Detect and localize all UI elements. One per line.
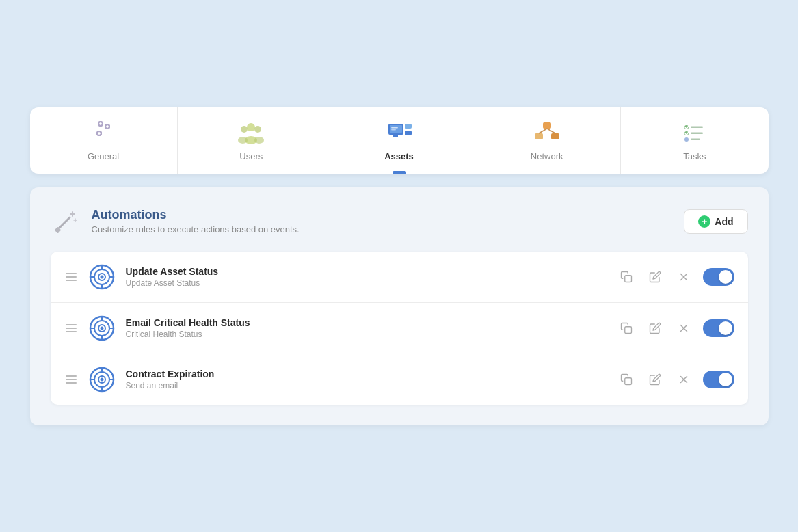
copy-button-1[interactable] (617, 267, 636, 287)
svg-point-1 (105, 124, 109, 129)
automation-item-info-2: Email Critical Health Status Critical He… (126, 317, 606, 339)
svg-point-5 (254, 126, 261, 133)
svg-point-8 (254, 137, 264, 144)
toggle-1[interactable] (703, 268, 734, 286)
svg-point-3 (247, 123, 255, 131)
tab-tasks[interactable]: Tasks (621, 107, 768, 174)
add-button-label: Add (715, 216, 733, 227)
edit-button-2[interactable] (646, 319, 665, 338)
tab-assets[interactable]: Assets (325, 107, 473, 174)
svg-point-47 (100, 326, 103, 330)
svg-rect-52 (624, 326, 631, 333)
automation-item-title-3: Contract Expiration (126, 369, 606, 380)
edit-button-1[interactable] (646, 267, 665, 287)
automation-item-subtitle-2: Critical Health Status (126, 330, 606, 339)
tab-assets-label: Assets (384, 151, 414, 161)
automation-item-1: Update Asset Status Update Asset Status (51, 252, 748, 303)
automations-title: Automations (92, 208, 300, 222)
automation-item-title-1: Update Asset Status (126, 266, 606, 277)
tab-tasks-label: Tasks (683, 151, 706, 161)
svg-rect-11 (393, 135, 398, 137)
svg-point-0 (98, 122, 103, 126)
svg-point-58 (100, 377, 103, 381)
tab-users-label: Users (239, 151, 263, 161)
tab-network-label: Network (531, 151, 563, 161)
toggle-2[interactable] (703, 319, 734, 337)
automation-item-icon-1 (89, 264, 115, 290)
gear-icon (90, 121, 117, 146)
svg-line-27 (57, 217, 70, 230)
automation-item-subtitle-3: Send an email (126, 381, 606, 390)
automations-left: Automations Customize rules to execute a… (51, 207, 300, 237)
copy-button-2[interactable] (617, 319, 636, 338)
drag-handle-2[interactable] (64, 321, 78, 335)
automation-item-actions-2 (617, 319, 734, 338)
svg-rect-22 (691, 126, 703, 128)
svg-rect-41 (624, 275, 631, 282)
svg-rect-24 (691, 132, 703, 134)
drag-handle-1[interactable] (64, 270, 78, 284)
automations-icon (51, 207, 81, 237)
delete-button-3[interactable] (674, 370, 693, 389)
svg-rect-15 (391, 129, 396, 131)
tab-general-label: General (88, 151, 119, 161)
svg-point-7 (238, 137, 248, 144)
automations-text: Automations Customize rules to execute a… (92, 208, 300, 235)
tab-general[interactable]: General (30, 107, 178, 174)
automation-item-2: Email Critical Health Status Critical He… (51, 303, 748, 354)
automation-item-actions-1 (617, 267, 734, 287)
tab-users[interactable]: Users (178, 107, 325, 174)
automation-item-title-2: Email Critical Health Status (126, 317, 606, 328)
tasks-icon (681, 121, 708, 146)
network-icon (533, 121, 561, 146)
main-content-card: Automations Customize rules to execute a… (30, 187, 769, 425)
svg-line-20 (547, 129, 555, 133)
copy-button-3[interactable] (617, 370, 636, 389)
svg-line-19 (539, 129, 547, 133)
svg-rect-13 (405, 131, 412, 135)
svg-point-4 (241, 126, 248, 133)
svg-rect-16 (543, 122, 551, 129)
nav-card: General Users (30, 107, 769, 174)
svg-point-2 (97, 131, 101, 135)
automation-item-icon-2 (89, 315, 115, 341)
svg-point-25 (684, 137, 689, 142)
users-icon (237, 121, 265, 146)
tab-network[interactable]: Network (473, 107, 621, 174)
delete-button-2[interactable] (674, 319, 693, 338)
svg-rect-18 (551, 133, 559, 139)
svg-point-36 (100, 275, 103, 278)
automation-item-info-3: Contract Expiration Send an email (126, 369, 606, 390)
svg-rect-26 (691, 138, 700, 140)
edit-button-3[interactable] (646, 370, 665, 389)
svg-rect-12 (405, 124, 412, 129)
add-automation-button[interactable]: + Add (684, 209, 747, 234)
svg-rect-17 (535, 133, 543, 139)
automation-list: Update Asset Status Update Asset Status (51, 252, 748, 405)
automation-item-icon-3 (89, 367, 115, 393)
automations-description: Customize rules to execute actions based… (92, 224, 300, 235)
svg-rect-63 (624, 377, 631, 384)
assets-icon (386, 121, 413, 146)
drag-handle-3[interactable] (64, 373, 78, 386)
automation-item-subtitle-1: Update Asset Status (126, 278, 606, 288)
delete-button-1[interactable] (674, 267, 693, 287)
automations-header: Automations Customize rules to execute a… (51, 207, 748, 237)
toggle-3[interactable] (703, 371, 734, 388)
automation-item-actions-3 (617, 370, 734, 389)
svg-rect-10 (390, 125, 402, 133)
automation-item-info-1: Update Asset Status Update Asset Status (126, 266, 606, 288)
automation-item-3: Contract Expiration Send an email (51, 354, 748, 405)
svg-rect-14 (391, 127, 398, 129)
plus-icon: + (698, 215, 710, 228)
